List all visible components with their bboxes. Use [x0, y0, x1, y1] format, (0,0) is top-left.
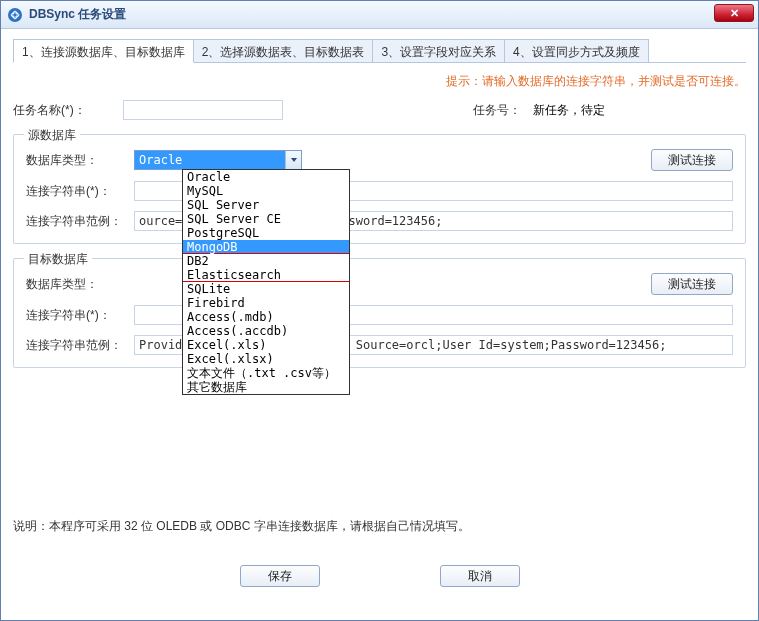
target-dbtype-label: 数据库类型：: [26, 276, 134, 293]
tabstrip: 1、连接源数据库、目标数据库 2、选择源数据表、目标数据表 3、设置字段对应关系…: [13, 39, 746, 63]
target-test-connection-button[interactable]: 测试连接: [651, 273, 733, 295]
task-name-label: 任务名称(*)：: [13, 102, 123, 119]
close-icon: ✕: [730, 7, 739, 20]
target-example-label: 连接字符串范例：: [26, 337, 134, 354]
tab-3-field-mapping[interactable]: 3、设置字段对应关系: [372, 39, 505, 62]
tab-1-connect-db[interactable]: 1、连接源数据库、目标数据库: [13, 39, 194, 63]
source-test-connection-button[interactable]: 测试连接: [651, 149, 733, 171]
target-conn-label: 连接字符串(*)：: [26, 307, 134, 324]
source-example-label: 连接字符串范例：: [26, 213, 134, 230]
task-no-value: 新任务，待定: [533, 102, 605, 119]
dropdown-option[interactable]: MongoDB: [183, 240, 349, 254]
dropdown-option[interactable]: Elasticsearch: [183, 268, 349, 282]
dropdown-option[interactable]: PostgreSQL: [183, 226, 349, 240]
target-example-row: 连接字符串范例： Provider=OraOLEDB.Oracle;Data S…: [26, 335, 733, 355]
task-row: 任务名称(*)： 任务号： 新任务，待定: [13, 100, 746, 120]
target-conn-row: 连接字符串(*)：: [26, 305, 733, 325]
titlebar[interactable]: DBSync 任务设置 ✕: [1, 1, 758, 29]
chevron-down-icon: [285, 151, 301, 169]
dropdown-option[interactable]: Excel(.xlsx): [183, 352, 349, 366]
source-conn-label: 连接字符串(*)：: [26, 183, 134, 200]
source-db-group: 源数据库 数据库类型： Oracle 测试连接 OracleMySQLSQL S…: [13, 134, 746, 244]
dropdown-option[interactable]: Access(.mdb): [183, 310, 349, 324]
source-dbtype-row: 数据库类型： Oracle 测试连接 OracleMySQLSQL Server…: [26, 149, 733, 171]
action-bar: 保存 取消: [13, 565, 746, 587]
save-button[interactable]: 保存: [240, 565, 320, 587]
dropdown-option[interactable]: SQL Server: [183, 198, 349, 212]
dropdown-option[interactable]: Oracle: [183, 170, 349, 184]
task-name-input[interactable]: [123, 100, 283, 120]
svg-point-0: [8, 8, 22, 22]
dropdown-option[interactable]: DB2: [183, 254, 349, 268]
dbtype-dropdown-list[interactable]: OracleMySQLSQL ServerSQL Server CEPostgr…: [182, 169, 350, 395]
dropdown-option[interactable]: 其它数据库: [183, 380, 349, 394]
cancel-button[interactable]: 取消: [440, 565, 520, 587]
footer-note: 说明：本程序可采用 32 位 OLEDB 或 ODBC 字串连接数据库，请根据自…: [13, 518, 746, 535]
close-button[interactable]: ✕: [714, 4, 754, 22]
hint-text: 提示：请输入数据库的连接字符串，并测试是否可连接。: [13, 73, 746, 90]
dropdown-option[interactable]: Firebird: [183, 296, 349, 310]
app-icon: [7, 7, 23, 23]
source-conn-row: 连接字符串(*)：: [26, 181, 733, 201]
source-db-legend: 源数据库: [24, 127, 80, 144]
dropdown-option[interactable]: Access(.accdb): [183, 324, 349, 338]
source-dbtype-label: 数据库类型：: [26, 152, 134, 169]
source-dbtype-combo[interactable]: Oracle: [134, 150, 302, 170]
dialog-window: DBSync 任务设置 ✕ 1、连接源数据库、目标数据库 2、选择源数据表、目标…: [0, 0, 759, 621]
dropdown-option[interactable]: SQLite: [183, 282, 349, 296]
window-title: DBSync 任务设置: [29, 6, 126, 23]
dropdown-option[interactable]: Excel(.xls): [183, 338, 349, 352]
tab-4-sync-mode[interactable]: 4、设置同步方式及频度: [504, 39, 649, 62]
dropdown-option[interactable]: 文本文件（.txt .csv等）: [183, 366, 349, 380]
dropdown-option[interactable]: SQL Server CE: [183, 212, 349, 226]
dropdown-option[interactable]: MySQL: [183, 184, 349, 198]
client-area: 1、连接源数据库、目标数据库 2、选择源数据表、目标数据表 3、设置字段对应关系…: [1, 29, 758, 597]
source-example-row: 连接字符串范例： ource=orcl;User Id=system;Passw…: [26, 211, 733, 231]
target-db-group: 目标数据库 数据库类型： 测试连接 连接字符串(*)： 连接字符串范例： Pro…: [13, 258, 746, 368]
source-dbtype-value: Oracle: [135, 151, 285, 169]
task-no-label: 任务号：: [473, 102, 533, 119]
tab-2-select-tables[interactable]: 2、选择源数据表、目标数据表: [193, 39, 374, 62]
target-db-legend: 目标数据库: [24, 251, 92, 268]
target-dbtype-row: 数据库类型： 测试连接: [26, 273, 733, 295]
